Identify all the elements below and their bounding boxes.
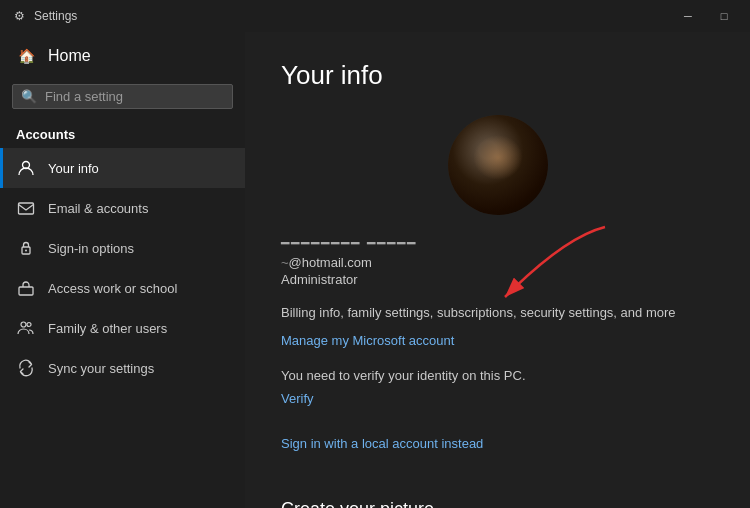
sign-in-label: Sign-in options	[48, 241, 134, 256]
svg-rect-1	[19, 203, 34, 214]
main-layout: 🏠 Home 🔍 Accounts Your info	[0, 32, 750, 508]
your-info-icon	[16, 158, 36, 178]
sidebar-item-home[interactable]: 🏠 Home	[0, 32, 245, 80]
content-area: Your info ━━━━━━━━ ━━━━━ ~@hotmail.com A…	[245, 32, 750, 508]
avatar-section	[281, 115, 714, 215]
email-prefix: ~	[281, 255, 289, 270]
sync-icon	[16, 358, 36, 378]
manage-account-link[interactable]: Manage my Microsoft account	[281, 333, 454, 348]
user-email: ~@hotmail.com	[281, 255, 714, 270]
user-role: Administrator	[281, 272, 714, 287]
svg-point-5	[21, 322, 26, 327]
page-title: Your info	[281, 60, 714, 91]
sidebar-item-email-accounts[interactable]: Email & accounts	[0, 188, 245, 228]
family-label: Family & other users	[48, 321, 167, 336]
minimize-button[interactable]: ─	[674, 5, 702, 27]
family-icon	[16, 318, 36, 338]
avatar	[448, 115, 548, 215]
sync-label: Sync your settings	[48, 361, 154, 376]
sidebar-item-sync[interactable]: Sync your settings	[0, 348, 245, 388]
user-info-block: ━━━━━━━━ ━━━━━ ~@hotmail.com Administrat…	[281, 235, 714, 287]
sidebar-item-access-work[interactable]: Access work or school	[0, 268, 245, 308]
home-icon: 🏠	[16, 46, 36, 66]
avatar-image	[448, 115, 548, 215]
titlebar-controls: ─ □	[674, 5, 738, 27]
search-input[interactable]	[45, 89, 224, 104]
accounts-section-title: Accounts	[0, 117, 245, 148]
sidebar-item-sign-in[interactable]: Sign-in options	[0, 228, 245, 268]
your-info-label: Your info	[48, 161, 99, 176]
search-box[interactable]: 🔍	[12, 84, 233, 109]
svg-point-3	[25, 250, 27, 252]
verify-link[interactable]: Verify	[281, 391, 314, 406]
titlebar-left: ⚙ Settings	[12, 9, 77, 23]
titlebar-title: Settings	[34, 9, 77, 23]
email-icon	[16, 198, 36, 218]
search-icon: 🔍	[21, 89, 37, 104]
verify-section: You need to verify your identity on this…	[281, 368, 714, 426]
sidebar: 🏠 Home 🔍 Accounts Your info	[0, 32, 245, 508]
access-work-icon	[16, 278, 36, 298]
home-label: Home	[48, 47, 91, 65]
create-picture-heading: Create your picture	[281, 499, 714, 509]
sign-in-icon	[16, 238, 36, 258]
sidebar-item-your-info[interactable]: Your info	[0, 148, 245, 188]
settings-icon: ⚙	[12, 9, 26, 23]
sidebar-item-family[interactable]: Family & other users	[0, 308, 245, 348]
svg-rect-4	[19, 287, 33, 295]
svg-point-6	[27, 323, 31, 327]
titlebar: ⚙ Settings ─ □	[0, 0, 750, 32]
access-work-label: Access work or school	[48, 281, 177, 296]
email-accounts-label: Email & accounts	[48, 201, 148, 216]
verify-text: You need to verify your identity on this…	[281, 368, 714, 383]
local-account-link[interactable]: Sign in with a local account instead	[281, 436, 483, 451]
billing-info-text: Billing info, family settings, subscript…	[281, 303, 701, 323]
maximize-button[interactable]: □	[710, 5, 738, 27]
user-name: ━━━━━━━━ ━━━━━	[281, 235, 714, 251]
